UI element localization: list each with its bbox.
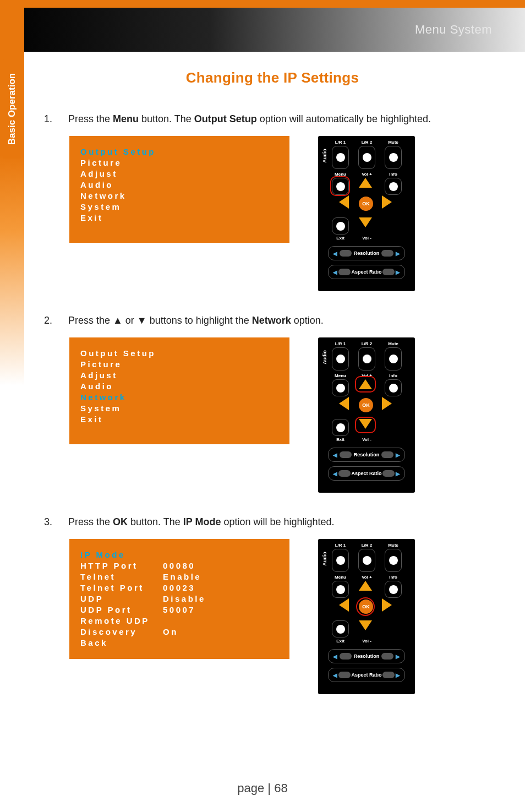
osd-network-menu: IP Mode HTTP Port00080 TelnetEnable Teln… xyxy=(69,539,289,659)
lbl: Info xyxy=(385,172,401,177)
right-arrow-icon xyxy=(382,598,392,612)
lr2-button: L/R 2 xyxy=(358,347,375,370)
lbl: Back xyxy=(80,638,108,647)
dot-icon xyxy=(336,625,345,634)
osd-item: Back xyxy=(80,637,278,648)
osd-item: Output Setup xyxy=(80,146,278,157)
ok-button: OK xyxy=(359,197,373,211)
info-button: Info xyxy=(385,178,402,195)
val: On xyxy=(163,627,178,636)
content-area: Changing the IP Settings 1. Press the Me… xyxy=(44,59,501,716)
audio-strip: Audio xyxy=(321,343,329,372)
down-arrow-icon xyxy=(359,419,372,429)
step-row: 2. Press the ▲ or ▼ buttons to highlight… xyxy=(44,313,501,328)
right-arrow-icon: ▶ xyxy=(396,452,400,458)
info-button: Info xyxy=(385,379,402,396)
dot-icon xyxy=(389,384,398,393)
osd-item: Network xyxy=(80,391,278,402)
mute-button: Mute xyxy=(385,549,402,572)
osd-item: Picture xyxy=(80,358,278,369)
t: IP Mode xyxy=(183,516,221,527)
pill-icon xyxy=(381,653,393,660)
osd-item: System xyxy=(80,201,278,212)
step-number: 2. xyxy=(44,313,68,328)
lbl: L/R 2 xyxy=(359,543,375,548)
lbl: Vol + xyxy=(358,172,375,177)
t: Menu xyxy=(113,113,139,124)
left-arrow-icon: ◀ xyxy=(333,452,337,458)
val: Disable xyxy=(163,594,206,603)
osd-item: Exit xyxy=(80,413,278,424)
step-text: Press the Menu button. The Output Setup … xyxy=(68,112,431,126)
dot-icon xyxy=(389,585,398,594)
remote-control: Audio L/R 1 L/R 2 Mute Menu Vol + Info O… xyxy=(318,337,415,493)
figure-row: Output Setup Picture Adjust Audio Networ… xyxy=(69,136,501,291)
osd-item: Remote UDP xyxy=(80,615,278,626)
lr1-button: L/R 1 xyxy=(332,549,349,572)
pill-icon xyxy=(338,672,351,678)
t: option. xyxy=(291,315,324,326)
lbl: Mute xyxy=(385,341,401,346)
val: 00080 xyxy=(163,561,195,570)
lbl: Vol + xyxy=(358,373,375,378)
lbl: Menu xyxy=(332,575,348,580)
resolution-rocker: ◀ Resolution ▶ xyxy=(328,448,405,462)
aspect-rocker: ◀ Aspect Ratio ▶ xyxy=(328,265,405,279)
lbl: L/R 1 xyxy=(332,140,348,145)
side-tab: Basic Operation xyxy=(3,59,21,159)
info-button: Info xyxy=(385,581,402,598)
right-arrow-icon: ▶ xyxy=(396,672,400,678)
lbl: Vol - xyxy=(358,437,375,442)
dot-icon xyxy=(389,355,398,363)
resolution-rocker: ◀ Resolution ▶ xyxy=(328,246,405,260)
left-arrow-icon xyxy=(339,397,349,410)
left-arrow-icon: ◀ xyxy=(333,471,337,477)
t: button. The xyxy=(128,516,183,527)
left-arrow-icon xyxy=(339,195,349,209)
osd-item: IP Mode xyxy=(80,549,278,560)
osd-item: UDPDisable xyxy=(80,593,278,604)
lbl: Telnet Port xyxy=(80,583,163,592)
step-text: Press the ▲ or ▼ buttons to highlight th… xyxy=(68,313,324,328)
lbl: Resolution xyxy=(354,250,380,256)
side-tab-label: Basic Operation xyxy=(7,73,18,145)
t: OK xyxy=(113,516,128,527)
mute-button: Mute xyxy=(385,347,402,370)
lbl: Info xyxy=(385,373,401,378)
up-arrow-icon xyxy=(359,581,372,591)
resolution-rocker: ◀ Resolution ▶ xyxy=(328,649,405,663)
lbl: UDP Port xyxy=(80,605,163,614)
ok-button: OK xyxy=(359,600,373,614)
down-arrow-icon xyxy=(359,620,372,630)
right-arrow-icon: ▶ xyxy=(396,269,400,275)
osd-item: HTTP Port00080 xyxy=(80,560,278,571)
lbl: Resolution xyxy=(354,452,380,457)
lr1-button: L/R 1 xyxy=(332,146,349,169)
menu-button: Menu xyxy=(332,178,349,195)
pill-icon xyxy=(338,269,351,275)
right-arrow-icon: ▶ xyxy=(396,250,400,257)
lbl: Exit xyxy=(332,236,349,241)
lbl: Vol - xyxy=(358,639,375,644)
osd-main-menu: Output Setup Picture Adjust Audio Networ… xyxy=(69,136,289,243)
up-arrow-icon xyxy=(359,178,372,188)
step-row: 1. Press the Menu button. The Output Set… xyxy=(44,112,501,126)
lr2-button: L/R 2 xyxy=(358,146,375,169)
lbl: Vol + xyxy=(358,575,375,580)
pill-icon xyxy=(340,451,352,458)
aspect-rocker: ◀ Aspect Ratio ▶ xyxy=(328,668,405,682)
osd-item: Audio xyxy=(80,179,278,190)
lbl: L/R 1 xyxy=(332,341,348,346)
lbl: Exit xyxy=(332,639,349,644)
t: Output Setup xyxy=(194,113,257,124)
step-number: 1. xyxy=(44,112,68,126)
left-arrow-icon: ◀ xyxy=(333,653,337,660)
pill-icon xyxy=(340,250,352,257)
right-arrow-icon: ▶ xyxy=(396,653,400,660)
side-gradient: Basic Operation xyxy=(0,0,24,385)
lbl: Exit xyxy=(332,437,349,442)
menu-button: Menu xyxy=(332,581,349,598)
dot-icon xyxy=(336,222,345,231)
page-number: page | 68 xyxy=(0,781,525,795)
dot-icon xyxy=(389,153,398,162)
